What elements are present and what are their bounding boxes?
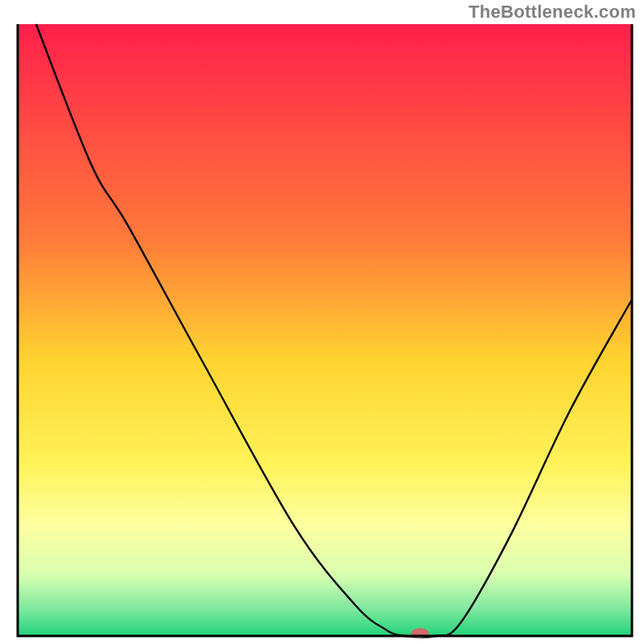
plot-background bbox=[18, 24, 632, 636]
chart-canvas bbox=[0, 0, 644, 644]
watermark-text: TheBottleneck.com bbox=[469, 2, 636, 23]
bottleneck-chart: TheBottleneck.com bbox=[0, 0, 644, 644]
